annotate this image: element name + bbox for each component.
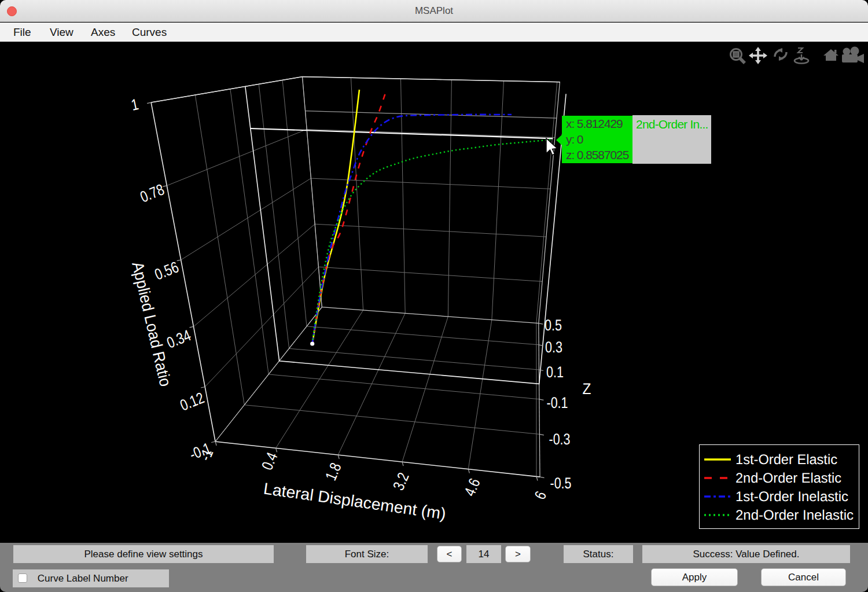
svg-text:0.4: 0.4: [258, 450, 281, 472]
svg-text:3.2: 3.2: [389, 470, 412, 492]
svg-text:0.12: 0.12: [178, 389, 207, 414]
svg-text:0.3: 0.3: [545, 339, 562, 356]
svg-text:1: 1: [130, 95, 140, 114]
svg-text:0.1: 0.1: [546, 363, 564, 381]
svg-text:0.34: 0.34: [164, 326, 193, 352]
svg-text:0.78: 0.78: [138, 181, 167, 206]
svg-text:4.6: 4.6: [461, 476, 483, 498]
svg-text:1.8: 1.8: [322, 460, 344, 483]
svg-text:Z: Z: [583, 380, 591, 398]
svg-text:1st-Order Inelastic: 1st-Order Inelastic: [735, 489, 848, 505]
svg-text:Lateral Displacement (m): Lateral Displacement (m): [262, 480, 447, 523]
svg-text:-0.1: -0.1: [547, 394, 568, 411]
svg-text:-0.3: -0.3: [549, 431, 571, 448]
svg-text:2nd-Order Inelastic: 2nd-Order Inelastic: [735, 508, 854, 523]
svg-text:0.5: 0.5: [545, 317, 562, 334]
svg-text:-0.5: -0.5: [550, 475, 572, 492]
svg-text:1st-Order Elastic: 1st-Order Elastic: [735, 452, 837, 468]
svg-text:0.56: 0.56: [152, 258, 181, 284]
svg-text:6: 6: [531, 489, 550, 502]
svg-text:2nd-Order Elastic: 2nd-Order Elastic: [735, 470, 841, 486]
